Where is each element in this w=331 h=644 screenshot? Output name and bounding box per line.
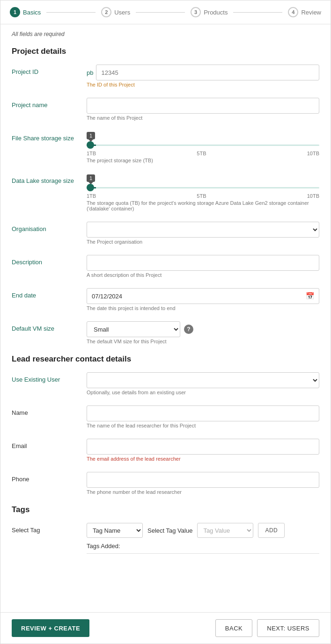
vm-size-wrap: Small Medium Large ? [87,321,319,337]
researcher-phone-content: The phone number of the lead researcher [87,472,319,495]
add-tag-button[interactable]: ADD [258,523,285,538]
file-share-slider[interactable] [87,145,319,146]
end-date-input[interactable] [87,288,319,304]
use-existing-select[interactable] [87,372,319,388]
file-share-max: 10TB [307,151,319,156]
organisation-content: The Project organisation [87,222,319,245]
researcher-phone-label: Phone [12,472,87,483]
step-label-products: Products [204,9,228,16]
tags-row: Tag Name Select Tag Value Tag Value ADD [87,523,319,538]
researcher-email-field: Email The email address of the lead rese… [12,439,319,462]
use-existing-content: Optionally, use details from an existing… [87,372,319,395]
vm-size-help-icon[interactable]: ? [184,325,193,334]
project-details-header: Project details [12,47,319,56]
step-products[interactable]: 3 Products [191,7,228,17]
researcher-name-input[interactable] [87,405,319,421]
researcher-phone-hint: The phone number of the lead researcher [87,489,319,495]
vm-size-content: Small Medium Large ? The default VM size… [87,321,319,344]
organisation-label: Organisation [12,222,87,232]
file-share-field: File Share storage size 1 1TB 5TB 10TB T… [12,131,319,163]
step-circle-basics: 1 [10,7,20,17]
project-name-label: Project name [12,98,87,109]
organisation-hint: The Project organisation [87,239,319,245]
researcher-phone-input[interactable] [87,472,319,488]
progress-line-1 [46,12,96,13]
project-name-hint: The name of this Project [87,115,319,121]
data-lake-min: 1TB [87,193,96,199]
tags-added-row: Tags Added: [87,543,319,554]
step-label-review: Review [301,9,321,16]
data-lake-slider[interactable] [87,187,319,188]
researcher-name-field: Name The name of the lead researcher for… [12,405,319,428]
required-note: All fields are required [12,31,319,37]
end-date-hint: The date this project is intended to end [87,305,319,311]
end-date-content: 📅 The date this project is intended to e… [87,288,319,311]
tags-content: Tag Name Select Tag Value Tag Value ADD … [87,523,319,554]
file-share-content: 1 1TB 5TB 10TB The project storage size … [87,131,319,163]
action-bar: REVIEW + CREATE BACK NEXT: USERS [0,612,331,644]
review-create-button[interactable]: REVIEW + CREATE [12,619,89,637]
vm-size-select[interactable]: Small Medium Large [87,321,180,337]
researcher-name-hint: The name of the lead researcher for this… [87,423,319,428]
progress-line-3 [233,12,282,13]
file-share-slider-container [87,140,319,150]
description-input[interactable] [87,255,319,271]
project-name-input[interactable] [87,98,319,114]
tags-label: Select Tag [12,523,87,534]
project-id-input-wrap: pb [87,65,319,80]
tags-header: Tags [12,505,319,514]
data-lake-hint: The storage quota (TB) for the project's… [87,200,319,211]
organisation-field: Organisation The Project organisation [12,222,319,245]
step-basics[interactable]: 1 Basics [10,7,41,17]
data-lake-mid: 5TB [197,193,206,199]
file-share-hint: The project storage size (TB) [87,158,319,163]
data-lake-label: Data Lake storage size [12,174,87,184]
project-id-label: Project ID [12,65,87,75]
end-date-field: End date 📅 The date this project is inte… [12,288,319,311]
step-circle-users: 2 [101,7,111,17]
tags-section: Tags Select Tag Tag Name Select Tag Valu… [12,505,319,573]
description-label: Description [12,255,87,266]
data-lake-max: 10TB [307,193,319,199]
researcher-name-content: The name of the lead researcher for this… [87,405,319,428]
step-circle-review: 4 [288,7,298,17]
back-button[interactable]: BACK [215,619,252,637]
next-users-button[interactable]: NEXT: USERS [257,619,319,637]
data-lake-field: Data Lake storage size 1 1TB 5TB 10TB Th… [12,174,319,211]
description-field: Description A short description of this … [12,255,319,278]
step-label-users: Users [114,9,130,16]
main-content: All fields are required Project details … [0,24,331,612]
step-label-basics: Basics [23,9,41,16]
data-lake-slider-container [87,183,319,192]
vm-size-field: Default VM size Small Medium Large ? The… [12,321,319,344]
tag-value-select[interactable]: Tag Value [197,523,253,538]
data-lake-thumb-label: 1 [87,174,95,182]
project-id-content: pb The ID of this Project [87,65,319,87]
step-users[interactable]: 2 Users [101,7,130,17]
step-circle-products: 3 [191,7,201,17]
file-share-mid: 5TB [197,151,206,156]
file-share-label: File Share storage size [12,131,87,142]
file-share-min: 1TB [87,151,96,156]
researcher-name-label: Name [12,405,87,416]
use-existing-field: Use Existing User Optionally, use detail… [12,372,319,395]
tags-added-label: Tags Added: [87,543,120,550]
step-review[interactable]: 4 Review [288,7,321,17]
tag-name-select[interactable]: Tag Name [87,523,143,538]
lead-researcher-header: Lead researcher contact details [12,355,319,364]
vm-size-hint: The default VM size for this Project [87,339,319,344]
file-share-slider-labels: 1TB 5TB 10TB [87,151,319,156]
researcher-email-input[interactable] [87,439,319,455]
researcher-email-label: Email [12,439,87,449]
end-date-wrap: 📅 [87,288,319,304]
researcher-email-content: The email address of the lead researcher [87,439,319,462]
project-id-input[interactable] [96,65,319,80]
project-id-prefix: pb [87,69,93,76]
organisation-select[interactable] [87,222,319,238]
use-existing-label: Use Existing User [12,372,87,383]
right-buttons: BACK NEXT: USERS [215,619,319,637]
project-id-field: Project ID pb The ID of this Project [12,65,319,87]
data-lake-slider-labels: 1TB 5TB 10TB [87,193,319,199]
use-existing-hint: Optionally, use details from an existing… [87,390,319,395]
tags-field: Select Tag Tag Name Select Tag Value Tag… [12,523,319,554]
